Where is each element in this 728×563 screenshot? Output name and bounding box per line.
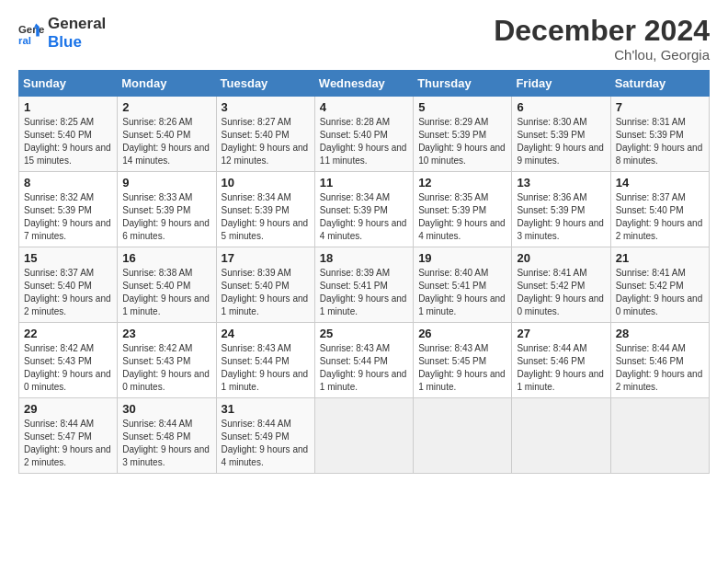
day-info: Sunrise: 8:43 AM Sunset: 5:44 PM Dayligh… [222, 343, 309, 392]
day-number: 7 [616, 100, 704, 114]
day-number: 23 [122, 327, 210, 340]
day-number: 21 [616, 251, 704, 265]
logo: Gene ral General Blue [18, 15, 106, 51]
calendar-header-row: SundayMondayTuesdayWednesdayThursdayFrid… [19, 71, 710, 97]
calendar-cell: 25 Sunrise: 8:43 AM Sunset: 5:44 PM Dayl… [314, 323, 413, 398]
calendar-cell: 7 Sunrise: 8:31 AM Sunset: 5:39 PM Dayli… [610, 97, 709, 172]
day-info: Sunrise: 8:37 AM Sunset: 5:40 PM Dayligh… [616, 192, 703, 241]
calendar-cell: 14 Sunrise: 8:37 AM Sunset: 5:40 PM Dayl… [610, 172, 709, 247]
day-number: 27 [517, 327, 605, 340]
calendar-cell: 19 Sunrise: 8:40 AM Sunset: 5:41 PM Dayl… [414, 247, 512, 323]
day-info: Sunrise: 8:29 AM Sunset: 5:39 PM Dayligh… [418, 117, 506, 166]
day-number: 12 [418, 176, 506, 190]
calendar-cell: 26 Sunrise: 8:43 AM Sunset: 5:45 PM Dayl… [414, 323, 512, 398]
calendar-cell: 17 Sunrise: 8:39 AM Sunset: 5:40 PM Dayl… [216, 247, 314, 323]
day-number: 28 [616, 327, 704, 340]
calendar-cell: 28 Sunrise: 8:44 AM Sunset: 5:46 PM Dayl… [610, 323, 709, 398]
day-info: Sunrise: 8:34 AM Sunset: 5:39 PM Dayligh… [320, 192, 407, 241]
calendar-table: SundayMondayTuesdayWednesdayThursdayFrid… [18, 70, 710, 474]
calendar-cell [610, 398, 709, 474]
logo-name-line2: Blue [48, 33, 106, 52]
day-number: 1 [24, 100, 112, 114]
day-number: 13 [517, 176, 605, 190]
day-info: Sunrise: 8:43 AM Sunset: 5:45 PM Dayligh… [418, 343, 506, 392]
calendar-cell: 8 Sunrise: 8:32 AM Sunset: 5:39 PM Dayli… [19, 172, 118, 247]
calendar-cell: 16 Sunrise: 8:38 AM Sunset: 5:40 PM Dayl… [118, 247, 216, 323]
day-number: 29 [24, 402, 112, 416]
day-info: Sunrise: 8:28 AM Sunset: 5:40 PM Dayligh… [320, 117, 407, 166]
day-number: 24 [222, 327, 310, 340]
calendar-cell: 5 Sunrise: 8:29 AM Sunset: 5:39 PM Dayli… [414, 97, 512, 172]
calendar-cell [512, 398, 610, 474]
month-title: December 2024 [494, 15, 710, 47]
day-info: Sunrise: 8:31 AM Sunset: 5:39 PM Dayligh… [616, 117, 703, 166]
day-info: Sunrise: 8:37 AM Sunset: 5:40 PM Dayligh… [24, 268, 111, 316]
calendar-cell: 9 Sunrise: 8:33 AM Sunset: 5:39 PM Dayli… [118, 172, 216, 247]
day-info: Sunrise: 8:42 AM Sunset: 5:43 PM Dayligh… [24, 343, 111, 392]
day-info: Sunrise: 8:44 AM Sunset: 5:46 PM Dayligh… [616, 343, 703, 392]
calendar-cell: 18 Sunrise: 8:39 AM Sunset: 5:41 PM Dayl… [314, 247, 413, 323]
day-number: 15 [24, 251, 112, 265]
calendar-cell: 24 Sunrise: 8:43 AM Sunset: 5:44 PM Dayl… [216, 323, 314, 398]
day-info: Sunrise: 8:44 AM Sunset: 5:46 PM Dayligh… [517, 343, 604, 392]
day-number: 8 [24, 176, 112, 190]
calendar-cell: 22 Sunrise: 8:42 AM Sunset: 5:43 PM Dayl… [19, 323, 118, 398]
calendar-cell: 10 Sunrise: 8:34 AM Sunset: 5:39 PM Dayl… [216, 172, 314, 247]
svg-text:ral: ral [18, 35, 31, 46]
day-number: 2 [122, 100, 210, 114]
calendar-cell [414, 398, 512, 474]
day-number: 11 [320, 176, 408, 190]
calendar-cell: 2 Sunrise: 8:26 AM Sunset: 5:40 PM Dayli… [118, 97, 216, 172]
calendar-week-row: 1 Sunrise: 8:25 AM Sunset: 5:40 PM Dayli… [19, 97, 710, 172]
calendar-cell: 1 Sunrise: 8:25 AM Sunset: 5:40 PM Dayli… [19, 97, 118, 172]
day-number: 30 [122, 402, 210, 416]
header-thursday: Thursday [414, 71, 512, 97]
calendar-cell: 23 Sunrise: 8:42 AM Sunset: 5:43 PM Dayl… [118, 323, 216, 398]
day-number: 6 [517, 100, 605, 114]
day-info: Sunrise: 8:44 AM Sunset: 5:47 PM Dayligh… [24, 419, 111, 467]
day-info: Sunrise: 8:41 AM Sunset: 5:42 PM Dayligh… [616, 268, 703, 316]
day-number: 25 [320, 327, 408, 340]
calendar-cell: 15 Sunrise: 8:37 AM Sunset: 5:40 PM Dayl… [19, 247, 118, 323]
calendar-cell: 6 Sunrise: 8:30 AM Sunset: 5:39 PM Dayli… [512, 97, 610, 172]
logo-icon: Gene ral [18, 20, 44, 46]
calendar-cell: 11 Sunrise: 8:34 AM Sunset: 5:39 PM Dayl… [314, 172, 413, 247]
day-number: 18 [320, 251, 408, 265]
calendar-week-row: 22 Sunrise: 8:42 AM Sunset: 5:43 PM Dayl… [19, 323, 710, 398]
calendar-week-row: 29 Sunrise: 8:44 AM Sunset: 5:47 PM Dayl… [19, 398, 710, 474]
day-number: 20 [517, 251, 605, 265]
day-info: Sunrise: 8:26 AM Sunset: 5:40 PM Dayligh… [122, 117, 210, 166]
day-info: Sunrise: 8:43 AM Sunset: 5:44 PM Dayligh… [320, 343, 407, 392]
day-number: 3 [222, 100, 310, 114]
day-info: Sunrise: 8:30 AM Sunset: 5:39 PM Dayligh… [517, 117, 604, 166]
title-area: December 2024 Ch'lou, Georgia [494, 15, 710, 63]
calendar-cell: 27 Sunrise: 8:44 AM Sunset: 5:46 PM Dayl… [512, 323, 610, 398]
header-wednesday: Wednesday [314, 71, 413, 97]
calendar-cell: 20 Sunrise: 8:41 AM Sunset: 5:42 PM Dayl… [512, 247, 610, 323]
day-info: Sunrise: 8:39 AM Sunset: 5:41 PM Dayligh… [320, 268, 407, 316]
day-info: Sunrise: 8:36 AM Sunset: 5:39 PM Dayligh… [517, 192, 604, 241]
day-number: 10 [222, 176, 310, 190]
day-number: 17 [222, 251, 310, 265]
calendar-cell: 12 Sunrise: 8:35 AM Sunset: 5:39 PM Dayl… [414, 172, 512, 247]
header-sunday: Sunday [19, 71, 118, 97]
calendar-cell [314, 398, 413, 474]
day-number: 4 [320, 100, 408, 114]
logo-name-line1: General [48, 15, 106, 33]
day-info: Sunrise: 8:39 AM Sunset: 5:40 PM Dayligh… [222, 268, 309, 316]
calendar-cell: 3 Sunrise: 8:27 AM Sunset: 5:40 PM Dayli… [216, 97, 314, 172]
day-info: Sunrise: 8:44 AM Sunset: 5:49 PM Dayligh… [222, 419, 309, 467]
day-number: 26 [418, 327, 506, 340]
day-info: Sunrise: 8:32 AM Sunset: 5:39 PM Dayligh… [24, 192, 111, 241]
day-number: 5 [418, 100, 506, 114]
day-number: 22 [24, 327, 112, 340]
day-number: 9 [122, 176, 210, 190]
day-info: Sunrise: 8:42 AM Sunset: 5:43 PM Dayligh… [122, 343, 210, 392]
day-info: Sunrise: 8:41 AM Sunset: 5:42 PM Dayligh… [517, 268, 604, 316]
day-info: Sunrise: 8:27 AM Sunset: 5:40 PM Dayligh… [222, 117, 309, 166]
header-friday: Friday [512, 71, 610, 97]
location: Ch'lou, Georgia [494, 47, 710, 63]
day-info: Sunrise: 8:33 AM Sunset: 5:39 PM Dayligh… [122, 192, 210, 241]
day-info: Sunrise: 8:40 AM Sunset: 5:41 PM Dayligh… [418, 268, 506, 316]
day-number: 19 [418, 251, 506, 265]
